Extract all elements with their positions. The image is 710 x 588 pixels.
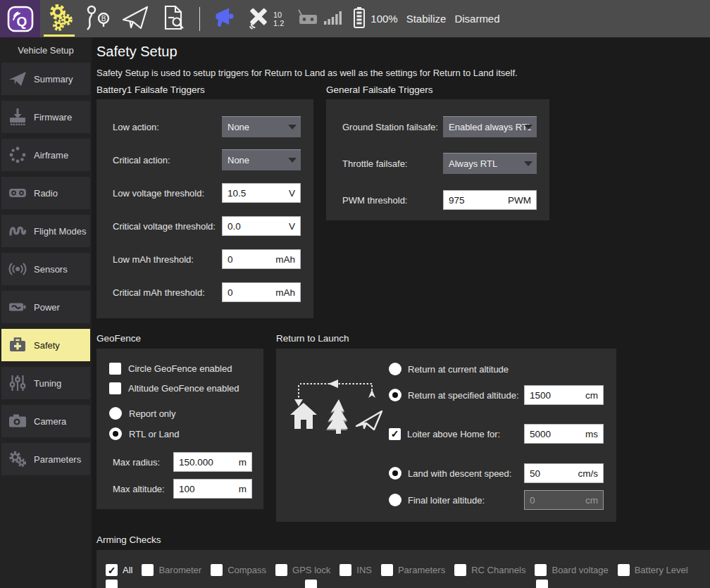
gcs-failsafe-dropdown[interactable]: Enabled always RTL — [443, 116, 537, 137]
sidebar-item-label: Radio — [34, 188, 58, 199]
max-altitude-row: Max altitude: 100 m — [113, 479, 252, 499]
loiter-home-checkbox[interactable] — [389, 428, 401, 440]
chevron-down-icon — [288, 158, 297, 163]
compass-checkbox[interactable] — [211, 564, 223, 576]
return-specified-alt-radio[interactable] — [389, 389, 401, 401]
parameters-checkbox[interactable] — [381, 564, 393, 576]
gps-lock-checkbox[interactable] — [275, 564, 287, 576]
critical-voltage-input[interactable]: 0.0 V — [222, 216, 301, 236]
plan-route-icon: B — [82, 3, 112, 35]
log-analyze-icon — [159, 4, 187, 35]
final-loiter-row: Final loiter altitude: 0 cm — [389, 490, 604, 510]
svg-text:B: B — [101, 15, 106, 23]
critical-mah-input[interactable]: 0 mAh — [222, 282, 301, 302]
low-mah-label: Low mAh threshold: — [113, 254, 194, 265]
armed-state-indicator[interactable]: Disarmed — [454, 13, 499, 25]
arming-check-ins[interactable]: INS — [340, 564, 372, 576]
critical-voltage-label: Critical voltage threshold: — [113, 221, 216, 232]
sidebar-title: Vehicle Setup — [0, 37, 92, 63]
arming-check-battery-level[interactable]: Battery Level — [618, 564, 688, 576]
altitude-geofence-checkbox[interactable] — [109, 382, 121, 394]
return-alt-input[interactable]: 1500 cm — [524, 385, 604, 405]
battery-indicator[interactable]: 100% — [352, 6, 397, 32]
battery-failsafe-panel: Low action: None Critical action: None L… — [96, 99, 313, 318]
sidebar-item-summary[interactable]: Summary — [1, 63, 90, 95]
paper-plane-icon — [120, 3, 150, 35]
gears-icon — [43, 3, 75, 35]
sidebar-item-power[interactable]: Power — [1, 291, 90, 323]
sidebar-item-sensors[interactable]: Sensors — [1, 253, 90, 285]
return-home-diagram — [286, 371, 385, 444]
critical-voltage-row: Critical voltage threshold: 0.0 V — [113, 215, 301, 237]
throttle-failsafe-dropdown[interactable]: Always RTL — [443, 153, 537, 174]
loiter-time-input[interactable]: 5000 ms — [524, 424, 604, 444]
rc-channels-checkbox[interactable] — [454, 564, 466, 576]
sidebar-item-airframe[interactable]: Airframe — [1, 139, 90, 171]
arming-check-row2-checkbox[interactable] — [536, 580, 548, 588]
sidebar-item-radio[interactable]: Radio — [1, 177, 90, 209]
ins-checkbox[interactable] — [340, 564, 351, 576]
pwm-threshold-input[interactable]: 975 PWM — [443, 190, 537, 210]
low-action-dropdown[interactable]: None — [222, 116, 301, 137]
active-tab-underline — [44, 35, 75, 37]
arming-check-row2-checkbox[interactable] — [106, 580, 118, 588]
firmware-chip-icon — [7, 107, 28, 127]
arming-check-all[interactable]: All — [106, 564, 132, 576]
board-voltage-checkbox[interactable] — [535, 564, 547, 576]
sidebar-item-label: Camera — [34, 416, 66, 427]
sidebar-item-label: Airframe — [34, 150, 68, 161]
chevron-down-icon — [524, 125, 532, 130]
arming-check-compass[interactable]: Compass — [211, 564, 266, 576]
plan-tab[interactable]: B — [78, 0, 116, 37]
analyze-tab[interactable] — [154, 0, 192, 37]
battery-level-checkbox[interactable] — [618, 564, 630, 576]
page-description: Safety Setup is used to setup triggers f… — [96, 68, 518, 78]
unit-label: m — [239, 484, 247, 494]
final-loiter-radio[interactable] — [389, 494, 401, 506]
sidebar-item-parameters[interactable]: Parameters — [1, 443, 90, 475]
max-radius-input[interactable]: 150.000 m — [173, 452, 252, 472]
messages-indicator[interactable] — [211, 5, 237, 33]
return-current-alt-radio[interactable] — [389, 363, 401, 375]
arming-check-row2-checkbox[interactable] — [305, 580, 317, 588]
unit-label: V — [289, 221, 295, 232]
low-action-label: Low action: — [113, 122, 159, 132]
rc-rssi-indicator[interactable] — [297, 8, 342, 30]
sidebar-item-safety[interactable]: Safety — [1, 329, 90, 361]
circle-geofence-checkbox[interactable] — [109, 363, 121, 375]
unit-label: cm/s — [578, 468, 599, 479]
max-altitude-input[interactable]: 100 m — [173, 479, 252, 499]
critical-mah-label: Critical mAh threshold: — [113, 287, 205, 298]
low-mah-input[interactable]: 0 mAh — [222, 249, 301, 269]
altitude-geofence-label: Altitude GeoFence enabled — [128, 383, 239, 394]
rtl-or-land-radio[interactable] — [109, 427, 122, 440]
sidebar-item-tuning[interactable]: Tuning — [1, 367, 90, 399]
rtl-or-land-label: RTL or Land — [129, 429, 180, 439]
flight-mode-indicator[interactable]: Stabilize — [406, 13, 447, 25]
gps-indicator[interactable]: 10 1.2 — [245, 4, 284, 34]
low-voltage-input[interactable]: 10.5 V — [222, 183, 301, 203]
final-loiter-alt-input[interactable]: 0 cm — [524, 490, 604, 510]
sidebar-item-label: Firmware — [34, 112, 72, 123]
vehicle-setup-tab[interactable] — [40, 0, 78, 37]
battery-icon — [352, 6, 366, 32]
critical-action-dropdown[interactable]: None — [222, 149, 301, 170]
general-failsafe-heading: General Failsafe Triggers — [326, 85, 433, 95]
qgc-logo[interactable]: Q — [0, 0, 40, 37]
sidebar-item-camera[interactable]: Camera — [1, 405, 90, 437]
sidebar-item-flight-modes[interactable]: Flight Modes — [1, 215, 90, 247]
fly-tab[interactable] — [116, 0, 154, 37]
arming-check-gps-lock[interactable]: GPS lock — [275, 564, 330, 576]
sidebar-item-firmware[interactable]: Firmware — [1, 101, 90, 133]
rc-transmitter-icon — [297, 8, 319, 30]
throttle-failsafe-row: Throttle failsafe: Always RTL — [342, 153, 537, 174]
descent-speed-input[interactable]: 50 cm/s — [524, 463, 604, 483]
arming-check-barometer[interactable]: Barometer — [142, 564, 201, 576]
arming-check-parameters[interactable]: Parameters — [381, 564, 445, 576]
all-checkbox[interactable] — [106, 564, 118, 576]
arming-check-board-voltage[interactable]: Board voltage — [535, 564, 608, 576]
barometer-checkbox[interactable] — [142, 564, 154, 576]
arming-check-rc-channels[interactable]: RC Channels — [454, 564, 525, 576]
report-only-radio[interactable] — [109, 407, 122, 420]
land-descent-radio[interactable] — [389, 467, 401, 480]
